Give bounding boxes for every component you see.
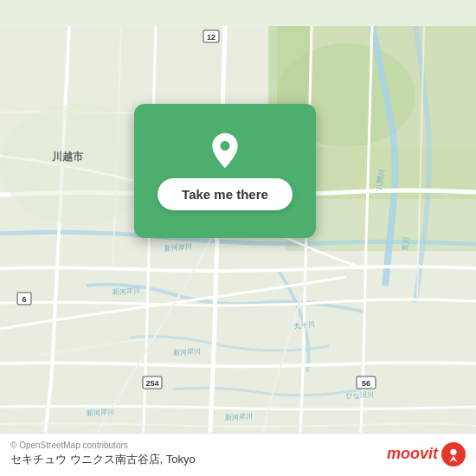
location-card: Take me there xyxy=(134,104,316,238)
place-name-text: セキチュウ ウニクス南古谷店, Tokyo xyxy=(10,452,196,467)
attribution-text: © OpenStreetMap contributors xyxy=(10,441,196,450)
bottom-left: © OpenStreetMap contributors セキチュウ ウニクス南… xyxy=(10,441,196,467)
map-svg: 川越市 6 254 56 12 新河岸川 新河岸川 新河岸川 九十川 八間川 荒… xyxy=(0,0,476,476)
svg-text:ひな沼川: ひな沼川 xyxy=(346,390,374,400)
map-container: 川越市 6 254 56 12 新河岸川 新河岸川 新河岸川 九十川 八間川 荒… xyxy=(0,0,476,476)
svg-text:6: 6 xyxy=(22,295,26,304)
bottom-bar: © OpenStreetMap contributors セキチュウ ウニクス南… xyxy=(0,433,476,476)
svg-text:川越市: 川越市 xyxy=(51,151,84,163)
moovit-icon xyxy=(441,442,466,466)
moovit-logo: moovit xyxy=(387,442,466,466)
moovit-text: moovit xyxy=(387,445,438,463)
svg-text:12: 12 xyxy=(207,33,215,42)
svg-text:新河岸川: 新河岸川 xyxy=(173,348,201,357)
svg-point-28 xyxy=(450,448,456,454)
svg-text:新河岸川: 新河岸川 xyxy=(225,413,253,421)
svg-text:254: 254 xyxy=(145,379,158,388)
svg-text:新河岸川: 新河岸川 xyxy=(87,408,114,417)
svg-text:56: 56 xyxy=(362,379,370,388)
svg-point-5 xyxy=(0,104,156,225)
svg-text:新河岸川: 新河岸川 xyxy=(113,286,140,296)
map-pin-icon xyxy=(206,132,244,170)
take-me-there-button[interactable]: Take me there xyxy=(158,178,293,210)
